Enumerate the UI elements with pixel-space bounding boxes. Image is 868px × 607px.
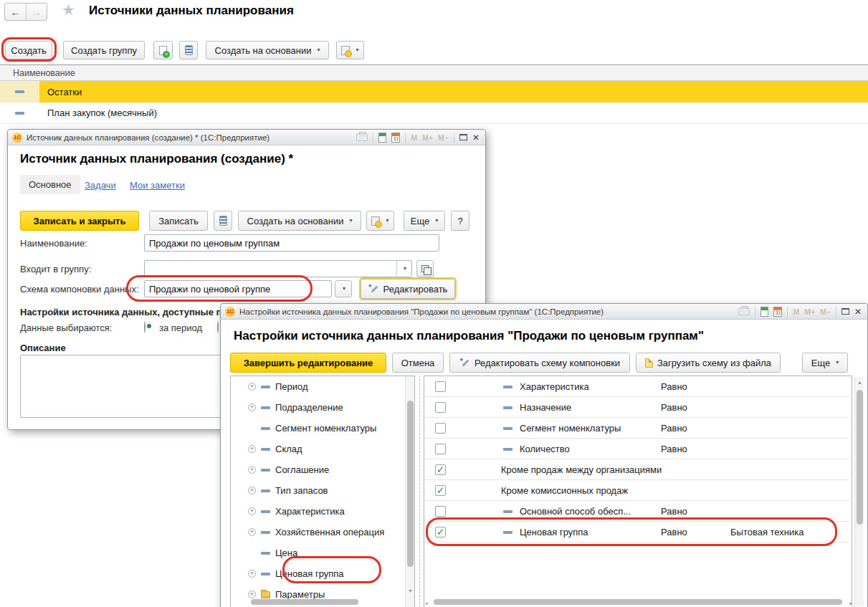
close-icon[interactable]: ✕ (472, 133, 480, 142)
group-open-button[interactable] (416, 260, 434, 277)
create-based-on-button[interactable]: Создать на основании▾ (206, 41, 329, 59)
more-button[interactable]: Еще▾ (802, 353, 848, 373)
close-icon[interactable]: ✕ (854, 307, 862, 316)
calculator-icon[interactable] (378, 133, 386, 143)
scroll-right-icon[interactable]: ▸ (849, 601, 852, 606)
edit-schema-button[interactable]: Редактировать схему компоновки (449, 353, 630, 373)
tree-horizontal-scrollbar[interactable] (235, 599, 393, 606)
tree-item[interactable]: +Подразделение (231, 397, 403, 418)
scroll-up-icon[interactable]: ▲ (857, 380, 862, 385)
save-and-close-button[interactable]: Записать и закрыть (20, 211, 139, 231)
radio-second-option[interactable] (217, 321, 219, 333)
condition-row[interactable]: ✓Кроме продаж между организациями (424, 459, 850, 480)
scrollbar-thumb[interactable] (434, 599, 842, 605)
calculator-icon[interactable] (760, 307, 768, 317)
print-icon[interactable] (738, 307, 750, 315)
memory-m-plus-button[interactable]: M+ (422, 133, 433, 142)
tree-item[interactable]: +Сегмент номенклатуры (231, 418, 403, 439)
condition-checkbox[interactable] (435, 506, 446, 517)
scrollbar-thumb[interactable] (407, 401, 414, 567)
dialog2-titlebar[interactable]: 1С Настройки источника данных планирован… (221, 304, 867, 320)
conditions-vertical-scrollbar[interactable]: ▲ (854, 377, 864, 606)
forward-button[interactable]: → (26, 4, 47, 20)
panel-splitter[interactable] (419, 376, 420, 607)
tab-main[interactable]: Основное (20, 175, 80, 194)
tree-item[interactable]: +Характеристика (231, 501, 403, 522)
expander-icon[interactable]: + (248, 403, 256, 411)
table-row[interactable]: План закупок (месячный) (0, 102, 868, 124)
maximize-icon[interactable] (459, 134, 467, 140)
scrollbar-thumb[interactable] (857, 390, 863, 525)
expander-icon[interactable]: + (248, 528, 256, 536)
condition-row[interactable]: КоличествоРавно (424, 439, 850, 459)
memory-m-button[interactable]: M (411, 133, 417, 142)
expander-icon[interactable]: + (248, 466, 256, 474)
scrollbar-thumb[interactable] (251, 599, 358, 605)
condition-checkbox[interactable] (435, 402, 446, 413)
tab-tasks[interactable]: Задачи (85, 180, 116, 191)
condition-row[interactable]: ХарактеристикаРавно (424, 376, 850, 397)
copy-item-button[interactable] (153, 41, 173, 59)
scroll-left-icon[interactable]: ◂ (425, 601, 428, 606)
group-field[interactable]: ▾ (144, 260, 412, 277)
report-menu-button[interactable]: ▾ (336, 41, 364, 59)
create-based-on-button[interactable]: Создать на основании▾ (238, 211, 361, 231)
help-button[interactable]: ? (451, 211, 469, 231)
condition-checkbox[interactable]: ✓ (435, 527, 446, 537)
list-view-button[interactable] (214, 211, 232, 231)
dcs-dropdown-button[interactable]: ▾ (335, 280, 352, 297)
dialog1-titlebar[interactable]: 1С Источник данных планирования (создани… (8, 130, 485, 145)
cancel-button[interactable]: Отмена (392, 353, 444, 373)
expander-icon[interactable]: + (248, 383, 256, 391)
save-button[interactable]: Записать (149, 211, 208, 231)
finish-editing-button[interactable]: Завершить редактирование (230, 353, 386, 373)
list-view-button[interactable] (179, 41, 198, 59)
favorites-star-icon[interactable]: ★ (62, 1, 75, 19)
print-icon[interactable] (356, 133, 368, 141)
tree-item[interactable]: +Цена (231, 543, 403, 563)
table-row[interactable]: Остатки (0, 81, 868, 102)
radio-period[interactable] (144, 321, 146, 333)
condition-row[interactable]: ✓Кроме комиссионных продаж (424, 480, 850, 501)
table-header[interactable]: Наименование (0, 64, 868, 81)
memory-m-button[interactable]: M (793, 307, 799, 316)
tree-item[interactable]: +Хозяйственная операция (231, 522, 403, 543)
conditions-horizontal-scrollbar[interactable]: ◂ ▸ (425, 599, 852, 606)
calendar-icon[interactable]: 31 (391, 133, 400, 143)
condition-checkbox[interactable] (435, 444, 446, 454)
more-button[interactable]: Еще▾ (404, 211, 445, 231)
expander-icon[interactable]: + (248, 487, 256, 494)
create-group-button[interactable]: Создать группу (63, 41, 145, 59)
condition-checkbox[interactable] (435, 423, 446, 434)
condition-row[interactable]: НазначениеРавно (424, 397, 850, 418)
tree-item[interactable]: +Соглашение (231, 459, 403, 480)
report-menu-button[interactable]: ▾ (366, 211, 394, 231)
condition-checkbox[interactable] (435, 381, 446, 392)
condition-checkbox[interactable]: ✓ (435, 464, 446, 475)
load-schema-button[interactable]: Загрузить схему из файла (636, 353, 781, 373)
expander-icon[interactable]: + (248, 445, 256, 453)
expander-icon[interactable]: + (248, 507, 256, 515)
condition-row[interactable]: Сегмент номенклатурыРавно (424, 418, 850, 439)
memory-m-minus-button[interactable]: M− (438, 133, 449, 142)
tree-vertical-scrollbar[interactable]: ▼ (405, 376, 414, 607)
scroll-down-icon[interactable]: ▼ (408, 588, 413, 593)
back-button[interactable]: ← (5, 4, 26, 20)
maximize-icon[interactable] (841, 308, 849, 315)
memory-m-minus-button[interactable]: M− (820, 307, 831, 316)
expander-icon[interactable]: + (248, 570, 256, 578)
condition-row[interactable]: Основной способ обесп...Равно (424, 501, 850, 522)
tree-item-price-group[interactable]: +Ценовая группа (231, 563, 403, 584)
condition-checkbox[interactable]: ✓ (435, 485, 446, 496)
tree-item[interactable]: +Склад (231, 439, 403, 459)
tab-notes[interactable]: Мои заметки (130, 180, 185, 191)
condition-row-price-group[interactable]: ✓Ценовая группаРавноБытовая техника (424, 522, 850, 543)
calendar-icon[interactable]: 31 (773, 307, 782, 317)
name-field[interactable]: Продажи по ценовым группам (144, 234, 439, 252)
expander-icon[interactable]: + (248, 591, 256, 598)
tree-item[interactable]: +Период (231, 376, 403, 397)
create-button[interactable]: Создать (5, 41, 52, 59)
edit-dcs-button[interactable]: Редактировать (361, 279, 455, 299)
dcs-field[interactable]: Продажи по ценовой группе (144, 280, 332, 297)
group-dropdown-button[interactable]: ▾ (396, 261, 411, 277)
